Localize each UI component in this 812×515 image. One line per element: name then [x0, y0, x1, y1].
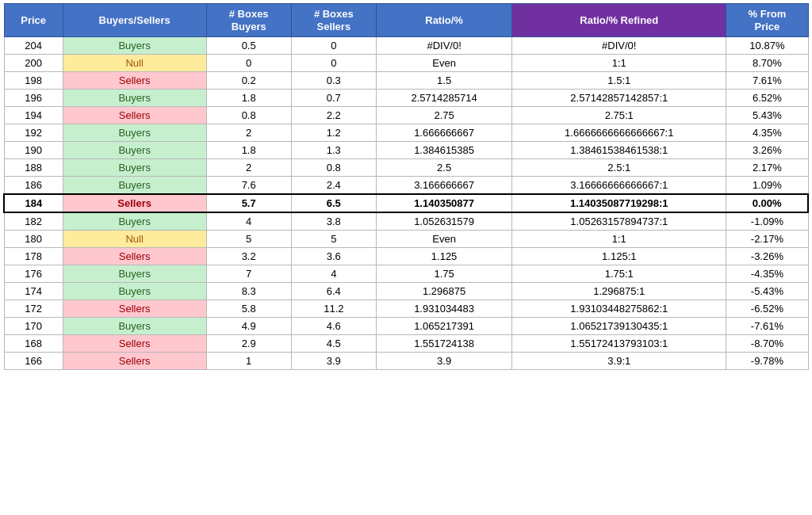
boxes-buyers-cell: 0.8: [206, 107, 291, 124]
table-row: 194Sellers0.82.22.752.75:15.43%: [4, 107, 808, 124]
ratio-refined-cell: 2.57142857142857:1: [512, 90, 726, 107]
ratio-refined-cell: 3.9:1: [512, 353, 726, 370]
ratio-refined-cell: 1:1: [512, 55, 726, 72]
boxes-buyers-cell: 5.8: [206, 300, 291, 318]
table-row: 178Sellers3.23.61.1251.125:1-3.26%: [4, 248, 808, 265]
table-row: 186Buyers7.62.43.1666666673.166666666666…: [4, 177, 808, 195]
from-price-cell: 8.70%: [726, 55, 808, 72]
boxes-sellers-cell: 3.9: [291, 353, 376, 370]
price-cell: 204: [4, 37, 63, 55]
boxes-sellers-cell: 6.4: [291, 283, 376, 300]
buyers-sellers-cell: Sellers: [63, 194, 206, 212]
ratio-cell: 1.296875: [376, 283, 511, 300]
table-row: 188Buyers20.82.52.5:12.17%: [4, 159, 808, 177]
ratio-refined-cell: 2.5:1: [512, 159, 726, 177]
ratio-cell: Even: [376, 55, 511, 72]
boxes-buyers-cell: 7.6: [206, 177, 291, 195]
price-table: PriceBuyers/Sellers# BoxesBuyers# BoxesS…: [3, 3, 809, 370]
boxes-sellers-cell: 1.3: [291, 142, 376, 159]
ratio-refined-cell: 1.125:1: [512, 248, 726, 265]
table-row: 182Buyers43.81.0526315791.05263157894737…: [4, 212, 808, 231]
ratio-cell: 2.75: [376, 107, 511, 124]
boxes-buyers-cell: 1.8: [206, 90, 291, 107]
col-header-0: Price: [4, 4, 63, 37]
price-cell: 182: [4, 212, 63, 231]
buyers-sellers-cell: Sellers: [63, 72, 206, 90]
from-price-cell: -3.26%: [726, 248, 808, 265]
price-cell: 186: [4, 177, 63, 195]
from-price-cell: 10.87%: [726, 37, 808, 55]
ratio-cell: 1.384615385: [376, 142, 511, 159]
price-cell: 184: [4, 194, 63, 212]
table-row: 200Null00Even1:18.70%: [4, 55, 808, 72]
boxes-buyers-cell: 0.2: [206, 72, 291, 90]
from-price-cell: -4.35%: [726, 265, 808, 283]
ratio-refined-cell: 1.75:1: [512, 265, 726, 283]
from-price-cell: -2.17%: [726, 231, 808, 248]
buyers-sellers-cell: Sellers: [63, 353, 206, 370]
ratio-cell: 1.75: [376, 265, 511, 283]
ratio-cell: 1.052631579: [376, 212, 511, 231]
table-row: 174Buyers8.36.41.2968751.296875:1-5.43%: [4, 283, 808, 300]
ratio-refined-cell: 1.93103448275862:1: [512, 300, 726, 318]
price-cell: 200: [4, 55, 63, 72]
price-cell: 176: [4, 265, 63, 283]
boxes-sellers-cell: 0: [291, 55, 376, 72]
table-row: 192Buyers21.21.6666666671.66666666666666…: [4, 124, 808, 142]
boxes-sellers-cell: 0.3: [291, 72, 376, 90]
ratio-cell: 1.666666667: [376, 124, 511, 142]
price-cell: 172: [4, 300, 63, 318]
boxes-buyers-cell: 0.5: [206, 37, 291, 55]
from-price-cell: 5.43%: [726, 107, 808, 124]
buyers-sellers-cell: Buyers: [63, 159, 206, 177]
ratio-refined-cell: 1:1: [512, 231, 726, 248]
from-price-cell: 6.52%: [726, 90, 808, 107]
boxes-buyers-cell: 7: [206, 265, 291, 283]
boxes-sellers-cell: 1.2: [291, 124, 376, 142]
ratio-cell: #DIV/0!: [376, 37, 511, 55]
boxes-sellers-cell: 0: [291, 37, 376, 55]
table-row: 198Sellers0.20.31.51.5:17.61%: [4, 72, 808, 90]
col-header-2: # BoxesBuyers: [206, 4, 291, 37]
boxes-buyers-cell: 0: [206, 55, 291, 72]
col-header-6: % FromPrice: [726, 4, 808, 37]
boxes-buyers-cell: 1.8: [206, 142, 291, 159]
price-cell: 178: [4, 248, 63, 265]
buyers-sellers-cell: Sellers: [63, 335, 206, 353]
boxes-sellers-cell: 0.8: [291, 159, 376, 177]
ratio-cell: 1.551724138: [376, 335, 511, 353]
boxes-buyers-cell: 3.2: [206, 248, 291, 265]
boxes-sellers-cell: 5: [291, 231, 376, 248]
buyers-sellers-cell: Buyers: [63, 177, 206, 195]
buyers-sellers-cell: Buyers: [63, 318, 206, 335]
price-cell: 196: [4, 90, 63, 107]
boxes-buyers-cell: 5: [206, 231, 291, 248]
ratio-refined-cell: 1.296875:1: [512, 283, 726, 300]
price-cell: 198: [4, 72, 63, 90]
ratio-refined-cell: 1.05263157894737:1: [512, 212, 726, 231]
table-row: 170Buyers4.94.61.0652173911.065217391304…: [4, 318, 808, 335]
from-price-cell: 2.17%: [726, 159, 808, 177]
boxes-sellers-cell: 4: [291, 265, 376, 283]
table-wrapper: PriceBuyers/Sellers# BoxesBuyers# BoxesS…: [3, 3, 809, 370]
price-cell: 194: [4, 107, 63, 124]
ratio-cell: 1.125: [376, 248, 511, 265]
from-price-cell: -6.52%: [726, 300, 808, 318]
price-cell: 192: [4, 124, 63, 142]
boxes-sellers-cell: 2.2: [291, 107, 376, 124]
boxes-buyers-cell: 4: [206, 212, 291, 231]
boxes-sellers-cell: 0.7: [291, 90, 376, 107]
buyers-sellers-cell: Null: [63, 55, 206, 72]
price-cell: 166: [4, 353, 63, 370]
ratio-refined-cell: 1.06521739130435:1: [512, 318, 726, 335]
table-row: 204Buyers0.50#DIV/0!#DIV/0!10.87%: [4, 37, 808, 55]
boxes-sellers-cell: 6.5: [291, 194, 376, 212]
price-cell: 168: [4, 335, 63, 353]
col-header-5: Ratio/% Refined: [512, 4, 726, 37]
from-price-cell: -9.78%: [726, 353, 808, 370]
price-cell: 190: [4, 142, 63, 159]
boxes-sellers-cell: 11.2: [291, 300, 376, 318]
ratio-cell: 1.931034483: [376, 300, 511, 318]
from-price-cell: 4.35%: [726, 124, 808, 142]
boxes-sellers-cell: 4.6: [291, 318, 376, 335]
